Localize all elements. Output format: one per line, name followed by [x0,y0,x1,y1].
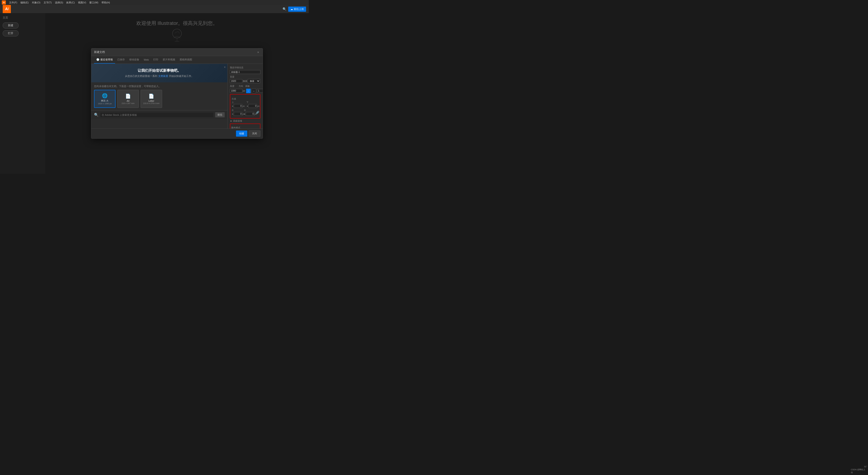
menu-effect[interactable]: 效果(C) [65,0,76,5]
app-logo-small: Ai [2,0,6,4]
bleed-left-input[interactable] [234,112,242,116]
dialog-right-panel: 预设详细信息 宽度 像素 像素 毫米 [228,64,263,128]
bleed-right-input-row: ▲ px [244,112,256,116]
sidebar: 主页 新建 打开 [0,13,45,174]
create-button[interactable]: 创建 [236,130,247,137]
preset-size-0: 1920 x 1080 px [98,102,112,105]
banner-close-button[interactable]: × [224,66,225,69]
tab-artwork[interactable]: 图稿和插图 [178,56,194,64]
new-button[interactable]: 新建 [3,22,19,29]
bleed-right-up[interactable]: ▲ [244,113,246,115]
link-icon[interactable]: 🔗 [256,111,259,114]
tab-print[interactable]: 打印 [151,56,160,64]
bleed-right-label: 右 [244,109,256,112]
landscape-button[interactable]: ↔ [252,89,256,93]
bleed-bottom-unit: px [257,105,259,107]
width-input-group: 像素 像素 毫米 厘米 [230,79,260,83]
menu-view[interactable]: 视图(V) [76,0,88,5]
tab-recent[interactable]: 🕐 最近使用项 [94,56,115,64]
menu-window[interactable]: 窗口(W) [88,0,100,5]
tab-film[interactable]: 胶片和视频 [160,56,178,64]
bleed-right-col: 右 ▲ px [244,109,256,116]
width-input[interactable] [230,79,242,83]
advanced-toggle[interactable]: ▼ 高级选项 [230,119,260,123]
search-icon[interactable]: 🔍 [283,7,286,11]
preset-name-2: Letter [149,100,154,102]
dialog-search: 🔍 前往 [91,110,227,119]
template-search-input[interactable] [100,113,213,117]
bleed-top-unit: px [243,105,245,107]
color-mode-label: 颜色模式 [231,126,259,128]
sidebar-title: 主页 [3,16,42,20]
orientation-group: ↕ ↔ [246,89,256,93]
a4-icon: 📄 [125,93,131,99]
titlebar-right: 🔍 ☁ 前往上传 [283,6,306,12]
artboard-label: 画板 [245,85,250,87]
width-label: 宽度 [230,75,260,79]
height-input[interactable] [230,89,242,93]
dialog-body: × 让我们开始尝试新事物吧。 从您自己的文档设置或一系列 文档装置 开始以快速开… [91,64,263,128]
right-panel-title: 预设详细信息 [230,66,260,69]
dialog-titlebar: 新建文档 × [91,49,263,56]
search-go-button[interactable]: 前往 [215,112,225,117]
bleed-bottom-label: 下 [246,101,258,104]
main-content: 主页 新建 打开 欢迎使用 Illustrator。很高兴见到您。 新建文档 × [0,13,309,174]
dialog-close-button[interactable]: × [256,51,260,54]
open-button[interactable]: 打开 [3,30,19,36]
dialog-tabs: 🕐 最近使用项 已保存 移动设备 Web 打印 胶片和视频 图稿和插图 [91,56,263,64]
menu-file[interactable]: 文件(F) [8,0,19,5]
presets-grid: 🌐 网页-大 1920 x 1080 px 📄 A4 210 x 297 mm [94,90,225,108]
bleed-bottom-input[interactable] [248,104,257,108]
bleed-top-input[interactable] [234,104,242,108]
bleed-left-input-row: ▲ px [232,112,244,116]
search-icon-dialog: 🔍 [94,113,98,117]
preset-card-a4[interactable]: 📄 A4 210 x 297 mm [117,90,139,108]
menu-select[interactable]: 选择(S) [54,0,65,5]
bleed-bottom-input-row: ▲ px [246,104,258,108]
cloud-upload-button[interactable]: ☁ 前往上传 [288,6,306,12]
width-unit: 像素 [243,80,247,83]
menu-text[interactable]: 文字(T) [42,0,53,5]
cancel-button[interactable]: 关闭 [249,130,260,137]
portrait-button[interactable]: ↕ [246,89,251,93]
dialog-footer: 创建 关闭 [91,128,263,139]
clock-icon: 🕐 [96,58,99,61]
bleed-top-bottom-row: 上 ▲ px 下 ▲ [232,101,258,108]
menubar: Ai 文件(F) 编辑(E) 对象(O) 文字(T) 选择(S) 效果(C) 视… [0,0,309,5]
bleed-left-col: 左 ▲ px [232,109,244,116]
letter-icon: 📄 [149,93,154,99]
menu-edit[interactable]: 编辑(E) [19,0,30,5]
dialog-banner: × 让我们开始尝试新事物吧。 从您自己的文档设置或一系列 文档装置 开始以快速开… [91,64,227,82]
bleed-top-up[interactable]: ▲ [232,105,234,107]
recent-section: 您尚未创建任何文档。下面是一些预设设置，可帮助您起入。 🌐 网页-大 1920 … [91,82,227,110]
preset-size-2: 215.9 x 279.4 mm [143,102,159,105]
template-link[interactable]: 文档装置 [158,75,168,77]
height-label: 高度 方向 画板 [230,85,260,88]
tab-saved[interactable]: 已保存 [115,56,127,64]
bleed-label: 出血 [232,97,258,100]
bleed-left-up[interactable]: ▲ [232,113,234,115]
bleed-right-input[interactable] [246,112,254,116]
tab-web[interactable]: Web [142,57,151,63]
preset-card-letter[interactable]: 📄 Letter 215.9 x 279.4 mm [141,90,162,108]
titlebar: Ai 🔍 ☁ 前往上传 [0,5,309,13]
height-row: px ↕ ↔ [230,88,260,93]
preset-name-0: 网页-大 [101,99,108,102]
preset-card-webpage[interactable]: 🌐 网页-大 1920 x 1080 px [94,90,116,108]
center-area: 欢迎使用 Illustrator。很高兴见到您。 新建文档 × 🕐 [45,13,309,174]
width-unit-select[interactable]: 像素 毫米 厘米 [248,79,260,83]
preset-size-1: 210 x 297 mm [122,102,134,105]
artboard-count-input[interactable] [257,89,263,93]
height-unit: px [243,90,245,92]
bleed-bottom-up[interactable]: ▲ [246,105,248,107]
chevron-down-icon: ▼ [230,120,232,122]
document-name-input[interactable] [230,70,260,74]
cloud-icon: ☁ [290,8,293,11]
banner-title: 让我们开始尝试新事物吧。 [96,68,223,73]
webpage-icon: 🌐 [102,93,107,98]
bleed-section: 出血 上 ▲ px [230,94,260,119]
menu-object[interactable]: 对象(O) [31,0,42,5]
menu-help[interactable]: 帮助(H) [100,0,111,5]
tab-mobile[interactable]: 移动设备 [127,56,142,64]
bleed-bottom-col: 下 ▲ px [246,101,258,108]
